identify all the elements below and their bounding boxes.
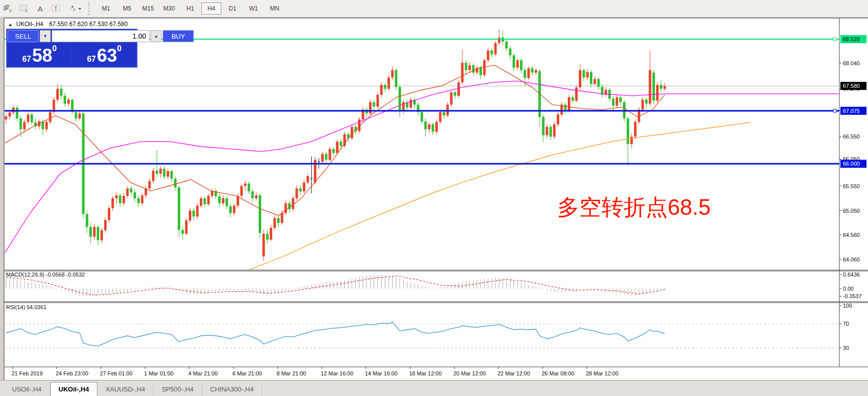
chart-tab-sp500h4[interactable]: SP500-,H4 xyxy=(154,383,202,396)
buy-price-box[interactable]: 67 63 0 xyxy=(72,43,136,66)
buy-button[interactable]: BUY xyxy=(163,30,194,42)
candle-body xyxy=(141,195,144,203)
candle-body xyxy=(424,121,427,129)
date-axis-label: 6 Mar 21:00 xyxy=(232,370,262,376)
price-tick-label: 65.550 xyxy=(843,183,860,189)
timeframe-button-m30[interactable]: M30 xyxy=(159,3,179,15)
candle-body xyxy=(67,100,70,104)
font-icon[interactable]: A xyxy=(33,2,48,15)
quantity-decrease-button[interactable]: ▼ xyxy=(40,30,51,42)
candle-body xyxy=(634,122,637,137)
candle-body xyxy=(369,102,371,114)
candle-body xyxy=(450,92,452,105)
resistance-line-handle[interactable] xyxy=(833,38,836,41)
candle-body xyxy=(192,211,195,217)
candle-body xyxy=(642,100,644,110)
timeframe-button-m5[interactable]: M5 xyxy=(117,3,137,15)
candle-body xyxy=(549,127,552,137)
candle-body xyxy=(163,169,166,177)
date-axis-label: 22 Mar 12:00 xyxy=(498,370,530,376)
collapse-triangle-icon[interactable]: ▲ xyxy=(8,22,13,27)
candle-body xyxy=(468,65,471,70)
buy-price-main: 63 xyxy=(97,47,117,65)
chart-tab-xauusdh4[interactable]: XAUUSD-,H4 xyxy=(97,383,154,396)
candle-body xyxy=(494,43,497,55)
candle-body xyxy=(196,206,199,217)
candle-body xyxy=(627,118,629,144)
candle-body xyxy=(428,124,430,129)
candle-body xyxy=(222,198,224,203)
svg-text:T: T xyxy=(54,6,57,12)
timeframe-button-h4[interactable]: H4 xyxy=(201,3,221,15)
candle-body xyxy=(612,99,614,106)
candle-body xyxy=(97,227,99,240)
candle-body xyxy=(307,176,309,183)
candle-body xyxy=(270,228,272,240)
candle-body xyxy=(660,85,662,89)
pivot-line-handle[interactable] xyxy=(833,109,836,112)
candle-body xyxy=(174,179,177,188)
candle-body xyxy=(531,68,534,73)
candle-body xyxy=(443,112,445,115)
date-axis-label: 27 Feb 01:00 xyxy=(100,370,133,376)
candle-body xyxy=(126,188,129,196)
quantity-input[interactable] xyxy=(52,30,150,42)
chart-edit-icon[interactable]: E xyxy=(1,2,16,15)
candle-body xyxy=(159,169,162,174)
candle-body xyxy=(115,195,117,198)
candle-body xyxy=(156,171,158,174)
price-tick-label: 64.060 xyxy=(843,256,860,262)
candle-body xyxy=(75,112,77,118)
candle-body xyxy=(505,42,508,49)
timeframe-button-m1[interactable]: M1 xyxy=(96,3,116,15)
timeframe-button-d1[interactable]: D1 xyxy=(222,3,242,15)
candle-body xyxy=(340,142,342,146)
timeframe-button-w1[interactable]: W1 xyxy=(243,3,264,15)
candle-body xyxy=(5,116,8,119)
candle-body xyxy=(203,198,206,204)
candle-body xyxy=(490,50,493,54)
candle-body xyxy=(391,70,394,78)
candle-body xyxy=(553,124,556,137)
macd-indicator-label: MACD(12,26,9) -0.0568 -0.0532 xyxy=(6,272,85,278)
sell-button[interactable]: SELL xyxy=(8,30,39,42)
chart-tab-china300h4[interactable]: CHINA300-,H4 xyxy=(202,383,263,396)
candle-body xyxy=(119,195,121,203)
timeframe-button-mn[interactable]: MN xyxy=(265,3,285,15)
grid-properties-icon[interactable]: F xyxy=(17,2,32,15)
chart-ohlc-values: 67.550 67.620 67.530 67.580 xyxy=(49,21,128,28)
candle-body xyxy=(181,230,184,234)
candle-body xyxy=(93,227,95,237)
candle-body xyxy=(631,137,633,144)
candle-body xyxy=(130,188,133,192)
sell-price-box[interactable]: 67 58 0 xyxy=(8,43,71,66)
candle-body xyxy=(45,122,48,129)
candle-body xyxy=(281,213,283,223)
candle-body xyxy=(285,203,287,213)
candle-body xyxy=(593,79,596,84)
rsi-tick-label: 100 xyxy=(843,303,852,309)
chart-tab-ukoilh4[interactable]: UKOil-,H4 xyxy=(50,382,98,396)
candle-body xyxy=(421,112,423,121)
candle-body xyxy=(104,220,106,230)
text-label-icon[interactable]: T xyxy=(49,2,64,15)
price-tick-label: 64.560 xyxy=(843,232,860,238)
quantity-increase-button[interactable]: ▲ xyxy=(151,30,162,42)
candle-body xyxy=(185,220,188,234)
cursor-arrows-icon[interactable] xyxy=(65,2,85,15)
candle-body xyxy=(255,195,258,198)
candle-body xyxy=(582,70,585,78)
candle-body xyxy=(575,87,578,101)
candle-body xyxy=(178,187,180,229)
candle-body xyxy=(454,92,456,96)
candle-body xyxy=(259,195,261,233)
price-tick-label: 65.050 xyxy=(843,208,860,214)
candle-body xyxy=(207,196,210,204)
current-price-chip: 67.580 xyxy=(843,83,860,89)
candle-body xyxy=(303,183,305,192)
date-axis-label: 20 Mar 12:00 xyxy=(453,370,486,376)
candle-body xyxy=(296,188,298,198)
timeframe-button-m15[interactable]: M15 xyxy=(138,3,158,15)
chart-tab-usoilh4[interactable]: USOil-,H4 xyxy=(4,383,50,396)
timeframe-button-h1[interactable]: H1 xyxy=(180,3,200,15)
